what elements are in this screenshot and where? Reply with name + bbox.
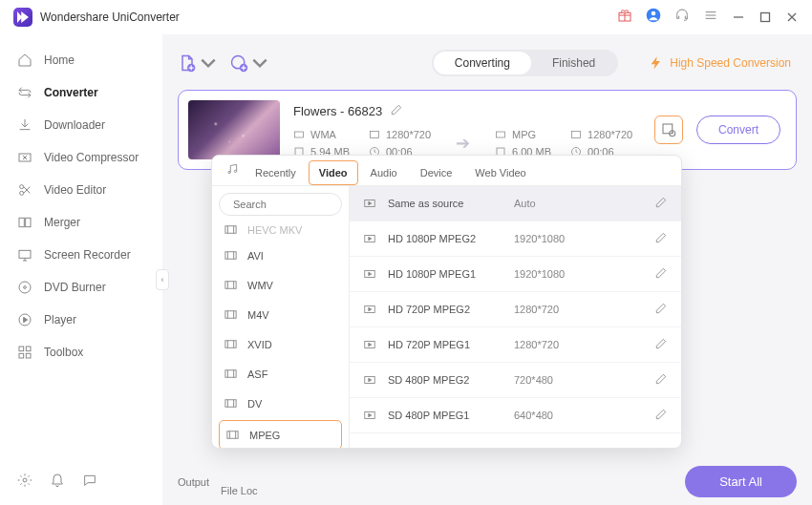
- status-tabs: Converting Finished: [432, 50, 618, 76]
- sidebar-item-converter[interactable]: Converter: [0, 76, 162, 109]
- svg-rect-29: [663, 124, 673, 134]
- sidebar-item-downloader[interactable]: Downloader: [0, 109, 162, 141]
- svg-rect-21: [295, 132, 304, 137]
- minimize-button[interactable]: [732, 11, 745, 24]
- sidebar-item-recorder[interactable]: Screen Recorder: [0, 239, 162, 271]
- svg-rect-39: [225, 370, 236, 378]
- format-item[interactable]: AVI: [212, 241, 349, 270]
- svg-rect-40: [225, 400, 236, 408]
- arrow-icon: ➔: [456, 133, 470, 154]
- sidebar-item-label: DVD Burner: [44, 281, 106, 294]
- tab-finished[interactable]: Finished: [531, 52, 616, 74]
- preset-row[interactable]: SD 480P MPEG2720*480: [350, 363, 681, 398]
- src-res: 1280*720: [386, 129, 431, 140]
- sidebar-item-editor[interactable]: Video Editor: [0, 174, 162, 206]
- svg-rect-16: [26, 353, 31, 358]
- src-codec: WMA: [310, 129, 336, 140]
- settings-icon[interactable]: [17, 473, 32, 492]
- sidebar-item-home[interactable]: Home: [0, 44, 162, 76]
- sidebar-item-dvd[interactable]: DVD Burner: [0, 271, 162, 304]
- user-avatar-icon[interactable]: [646, 8, 661, 27]
- edit-preset-icon[interactable]: [654, 302, 668, 317]
- preset-row[interactable]: HD 1080P MPEG21920*1080: [350, 221, 681, 257]
- format-item[interactable]: MPEG: [219, 420, 342, 448]
- menu-icon[interactable]: [703, 8, 718, 27]
- titlebar: Wondershare UniConverter: [0, 0, 812, 34]
- video-icon: [363, 232, 376, 245]
- sidebar-item-compressor[interactable]: Video Compressor: [0, 141, 162, 174]
- svg-point-32: [234, 170, 236, 172]
- dd-tab-device[interactable]: Device: [410, 160, 463, 185]
- dd-tab-recently[interactable]: Recently: [245, 160, 307, 185]
- dd-tab-audio[interactable]: Audio: [360, 160, 408, 185]
- bell-icon[interactable]: [50, 473, 65, 492]
- video-icon: [363, 197, 376, 210]
- format-icon: [224, 248, 238, 263]
- start-all-button[interactable]: Start All: [685, 466, 797, 497]
- toolbar: Converting Finished High Speed Conversio…: [178, 44, 797, 82]
- search-input[interactable]: [233, 199, 365, 210]
- format-dropdown: Recently Video Audio Device Web Video HE…: [211, 155, 682, 449]
- format-item[interactable]: DV: [212, 389, 349, 418]
- sidebar-item-label: Video Compressor: [44, 151, 139, 164]
- sidebar-item-label: Toolbox: [44, 346, 83, 359]
- headset-icon[interactable]: [674, 8, 690, 27]
- preset-row[interactable]: HD 720P MPEG11280*720: [350, 327, 681, 363]
- convert-button[interactable]: Convert: [696, 116, 780, 144]
- output-label: Output: [178, 476, 209, 488]
- format-search[interactable]: [219, 193, 342, 216]
- add-url-button[interactable]: [229, 53, 269, 73]
- add-file-button[interactable]: [178, 53, 218, 73]
- output-settings-button[interactable]: [654, 116, 683, 144]
- dd-tab-video[interactable]: Video: [309, 160, 358, 185]
- svg-rect-3: [761, 13, 770, 22]
- video-icon: [363, 338, 376, 351]
- preset-row[interactable]: HD 720P MPEG21280*720: [350, 292, 681, 327]
- svg-point-6: [20, 191, 24, 195]
- edit-name-icon[interactable]: [390, 103, 403, 119]
- format-item[interactable]: XVID: [212, 329, 349, 359]
- preset-row[interactable]: HD 1080P MPEG11920*1080: [350, 257, 681, 292]
- svg-rect-37: [225, 311, 236, 319]
- format-item[interactable]: WMV: [212, 270, 349, 300]
- svg-point-31: [228, 171, 230, 173]
- svg-rect-41: [227, 431, 238, 439]
- maximize-button[interactable]: [759, 11, 772, 24]
- format-item[interactable]: M4V: [212, 300, 349, 329]
- video-thumbnail[interactable]: [188, 100, 280, 159]
- svg-point-11: [24, 286, 27, 289]
- sidebar-item-player[interactable]: Player: [0, 304, 162, 336]
- edit-preset-icon[interactable]: [654, 408, 668, 423]
- sidebar-item-merger[interactable]: Merger: [0, 206, 162, 239]
- svg-rect-13: [19, 347, 24, 351]
- sidebar-item-label: Screen Recorder: [44, 248, 131, 262]
- file-name: Flowers - 66823: [293, 104, 382, 118]
- format-icon: [224, 337, 238, 351]
- format-item[interactable]: HEVC MKV: [212, 222, 349, 241]
- edit-preset-icon[interactable]: [654, 231, 668, 246]
- format-icon: [224, 396, 238, 410]
- sidebar-item-label: Home: [44, 53, 75, 67]
- feedback-icon[interactable]: [82, 473, 97, 492]
- svg-point-5: [20, 185, 24, 189]
- music-icon[interactable]: [222, 157, 243, 185]
- edit-preset-icon[interactable]: [654, 337, 668, 352]
- dd-tab-webvideo[interactable]: Web Video: [464, 160, 536, 185]
- app-title: Wondershare UniConverter: [40, 11, 180, 24]
- high-speed-toggle[interactable]: High Speed Conversion: [649, 55, 791, 71]
- svg-rect-36: [225, 282, 236, 289]
- edit-preset-icon[interactable]: [654, 372, 668, 388]
- sidebar-item-toolbox[interactable]: Toolbox: [0, 336, 162, 368]
- sidebar-item-label: Player: [44, 313, 76, 326]
- format-item[interactable]: ASF: [212, 359, 349, 389]
- preset-row[interactable]: Same as sourceAuto: [350, 186, 681, 221]
- dst-codec: MPG: [512, 129, 536, 140]
- tab-converting[interactable]: Converting: [434, 52, 531, 74]
- preset-row[interactable]: SD 480P MPEG1640*480: [350, 398, 681, 433]
- svg-rect-35: [225, 252, 236, 260]
- svg-rect-27: [572, 131, 581, 137]
- edit-preset-icon[interactable]: [654, 266, 668, 282]
- gift-icon[interactable]: [617, 8, 632, 27]
- edit-preset-icon[interactable]: [654, 196, 668, 211]
- close-button[interactable]: [785, 11, 799, 24]
